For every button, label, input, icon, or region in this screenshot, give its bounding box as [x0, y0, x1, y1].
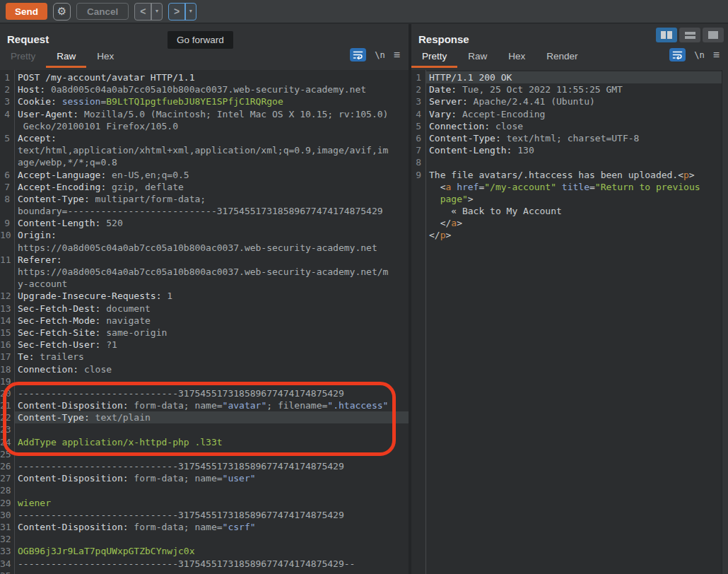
request-line[interactable]: https://0a8d005c04a0ab7cc05a10b800ac0037…	[0, 242, 409, 254]
request-line[interactable]: 1POST /my-account/avatar HTTP/1.1	[0, 71, 409, 83]
back-dropdown-arrow-icon[interactable]: ▾	[152, 8, 162, 14]
code-text: y-account	[14, 278, 409, 290]
go-back-button[interactable]: < ▾	[134, 3, 163, 20]
response-line[interactable]: </a>	[411, 217, 728, 229]
line-number: 14	[0, 315, 14, 327]
code-text: age/webp,*/*;q=0.8	[14, 156, 409, 168]
request-line[interactable]: 13Sec-Fetch-Dest: document	[0, 303, 409, 315]
request-line[interactable]: y-account	[0, 278, 409, 290]
columns-layout-icon[interactable]	[656, 28, 677, 42]
single-panel-layout-icon[interactable]	[703, 28, 724, 42]
request-line[interactable]: 17Te: trailers	[0, 351, 409, 363]
response-line[interactable]: 7Content-Length: 130	[411, 144, 728, 156]
request-line[interactable]: 10Origin:	[0, 229, 409, 241]
code-text: Te: trailers	[14, 351, 409, 363]
code-text: Host: 0a8d005c04a0ab7cc05a10b800ac0037.w…	[14, 83, 409, 95]
line-number: 8	[411, 156, 425, 168]
code-text: wiener	[14, 497, 409, 509]
response-line[interactable]: 1HTTP/1.1 200 OK	[411, 71, 728, 83]
request-line[interactable]: 3Cookie: session=B9LtTQ1pgtfuebJU8YE1SPf…	[0, 95, 409, 107]
request-line[interactable]: 35	[0, 570, 409, 574]
request-line[interactable]: Gecko/20100101 Firefox/105.0	[0, 120, 409, 132]
request-line[interactable]: 15Sec-Fetch-Site: same-origin	[0, 327, 409, 339]
rows-bars	[685, 32, 695, 39]
code-text: Upgrade-Insecure-Requests: 1	[14, 290, 409, 302]
response-tab-raw[interactable]: Raw	[457, 46, 498, 68]
code-text: User-Agent: Mozilla/5.0 (Macintosh; Inte…	[14, 108, 409, 120]
request-tab-hex[interactable]: Hex	[86, 46, 124, 68]
request-line[interactable]: https://0a8d005c04a0ab7cc05a10b800ac0037…	[0, 266, 409, 278]
show-newlines-icon[interactable]: \n	[375, 50, 384, 60]
line-number	[0, 266, 14, 278]
response-line[interactable]: 5Connection: close	[411, 120, 728, 132]
request-line[interactable]: 8Content-Type: multipart/form-data;	[0, 193, 409, 205]
request-line[interactable]: 9Content-Length: 520	[0, 217, 409, 229]
repeater-toolbar: Send ⚙ Cancel < ▾ > ▾	[0, 0, 728, 23]
code-text: Accept-Language: en-US,en;q=0.5	[14, 169, 409, 181]
response-editor[interactable]: 1HTTP/1.1 200 OK2Date: Tue, 25 Oct 2022 …	[411, 70, 728, 574]
response-line[interactable]: 6Content-Type: text/html; charset=UTF-8	[411, 132, 728, 144]
forward-dropdown-arrow-icon[interactable]: ▾	[186, 8, 196, 14]
line-number: 5	[411, 120, 425, 132]
request-line[interactable]: 31Content-Disposition: form-data; name="…	[0, 521, 409, 533]
show-newlines-icon[interactable]: \n	[694, 50, 704, 60]
gutter-divider	[14, 70, 15, 574]
request-tab-raw[interactable]: Raw	[46, 46, 86, 68]
response-line[interactable]: </p>	[411, 229, 728, 241]
gear-icon[interactable]: ⚙	[53, 3, 71, 20]
request-line[interactable]: 4User-Agent: Mozilla/5.0 (Macintosh; Int…	[0, 108, 409, 120]
request-line[interactable]: 33OGB96j3Jr9LaT7pqUWxpGTZbCYnwjc0x	[0, 545, 409, 557]
request-editor[interactable]: 1POST /my-account/avatar HTTP/1.12Host: …	[0, 70, 409, 574]
request-line[interactable]: 12Upgrade-Insecure-Requests: 1	[0, 290, 409, 302]
editor-menu-icon[interactable]: ≡	[713, 49, 720, 61]
request-tab-pretty[interactable]: Pretty	[0, 46, 46, 68]
request-line[interactable]: 5Accept:	[0, 132, 409, 144]
request-line[interactable]: 32	[0, 533, 409, 545]
response-line[interactable]: 9The file avatars/.htaccess has been upl…	[411, 169, 728, 181]
response-scrollbar[interactable]	[722, 70, 728, 574]
response-line[interactable]: 4Vary: Accept-Encoding	[411, 108, 728, 120]
request-line[interactable]: text/html,application/xhtml+xml,applicat…	[0, 144, 409, 156]
request-line[interactable]: 7Accept-Encoding: gzip, deflate	[0, 181, 409, 193]
request-line[interactable]: 29wiener	[0, 497, 409, 509]
code-text	[14, 484, 409, 496]
request-line[interactable]: 34-----------------------------317545517…	[0, 558, 409, 570]
request-line[interactable]: 11Referer:	[0, 254, 409, 266]
request-line[interactable]: boundary=---------------------------3175…	[0, 205, 409, 217]
soft-wrap-icon[interactable]	[669, 48, 686, 62]
code-text: https://0a8d005c04a0ab7cc05a10b800ac0037…	[14, 242, 409, 254]
response-line[interactable]: 3Server: Apache/2.4.41 (Ubuntu)	[411, 95, 728, 107]
request-line[interactable]: 26-----------------------------317545517…	[0, 460, 409, 472]
soft-wrap-icon[interactable]	[350, 48, 366, 62]
request-line[interactable]: 14Sec-Fetch-Mode: navigate	[0, 315, 409, 327]
code-text: Content-Type: text/html; charset=UTF-8	[425, 132, 728, 144]
response-tab-render[interactable]: Render	[536, 46, 588, 68]
code-text: Content-Length: 130	[425, 144, 728, 156]
line-number: 7	[411, 144, 425, 156]
request-line[interactable]: 16Sec-Fetch-User: ?1	[0, 339, 409, 351]
code-text: Origin:	[14, 229, 409, 241]
request-line[interactable]: 2Host: 0a8d005c04a0ab7cc05a10b800ac0037.…	[0, 83, 409, 95]
request-line[interactable]: 28	[0, 484, 409, 496]
rows-layout-icon[interactable]	[679, 28, 700, 42]
request-line[interactable]: 30-----------------------------317545517…	[0, 509, 409, 521]
request-line[interactable]: 18Connection: close	[0, 363, 409, 375]
response-tab-hex[interactable]: Hex	[498, 46, 536, 68]
request-line[interactable]: age/webp,*/*;q=0.8	[0, 156, 409, 168]
request-line[interactable]: 6Accept-Language: en-US,en;q=0.5	[0, 169, 409, 181]
response-line[interactable]: « Back to My Account	[411, 205, 728, 217]
send-button[interactable]: Send	[6, 3, 47, 20]
line-number: 7	[0, 181, 14, 193]
line-number	[411, 205, 425, 217]
line-number: 2	[0, 83, 14, 95]
response-line[interactable]: page">	[411, 193, 728, 205]
go-forward-button[interactable]: > ▾	[168, 3, 196, 20]
editor-menu-icon[interactable]: ≡	[394, 49, 400, 61]
response-line[interactable]: 2Date: Tue, 25 Oct 2022 11:55:25 GMT	[411, 83, 728, 95]
response-tab-pretty[interactable]: Pretty	[411, 46, 457, 68]
cancel-button[interactable]: Cancel	[76, 3, 129, 20]
request-line[interactable]: 27Content-Disposition: form-data; name="…	[0, 472, 409, 484]
columns-bar	[661, 31, 666, 39]
response-line[interactable]: <a href="/my-account" title="Return to p…	[411, 181, 728, 193]
response-line[interactable]: 8	[411, 156, 728, 168]
